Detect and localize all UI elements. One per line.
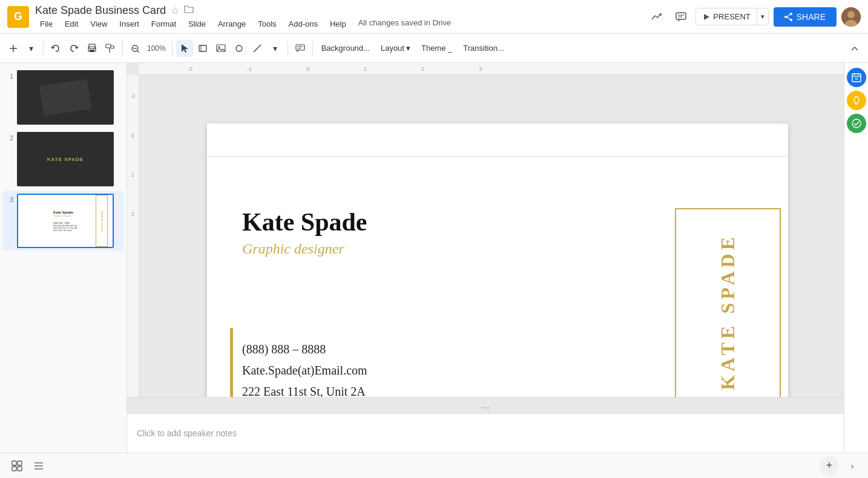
canvas-with-ruler-v: -1 0 1 2 — [127, 75, 844, 397]
ruler-mark-3: 3 — [479, 66, 482, 72]
slide-contact-info[interactable]: (888) 888 – 8888 Kate.Spade(at)Email.com… — [242, 339, 367, 397]
slide-address1[interactable]: 222 East 11st St, Unit 2A — [242, 381, 367, 397]
document-title[interactable]: Kate Spade Business Card — [35, 4, 166, 17]
present-dropdown-button[interactable]: ▾ — [757, 8, 768, 25]
thumb-card — [39, 79, 91, 116]
app-icon: G — [7, 6, 29, 28]
ruler-v-mark-neg1: -1 — [130, 93, 135, 99]
undo-button[interactable] — [47, 40, 64, 57]
slide2-text: KATE SPADE — [47, 157, 84, 162]
slide3-thumb-sideways: KATE SPADE — [100, 210, 104, 231]
menu-tools[interactable]: Tools — [253, 18, 281, 30]
text-box-button[interactable] — [194, 40, 211, 57]
present-label: PRESENT — [713, 12, 750, 21]
lightbulb-icon[interactable] — [847, 91, 866, 110]
menu-help[interactable]: Help — [325, 18, 351, 30]
background-button[interactable]: Background... — [317, 41, 375, 55]
svg-rect-24 — [199, 45, 206, 51]
canvas-more-dots: ... — [127, 397, 844, 413]
slide-email[interactable]: Kate.Spade(at)Email.com — [242, 360, 367, 381]
menu-slide[interactable]: Slide — [183, 18, 211, 30]
slide-thumb-3[interactable]: 3 Kate Spade Graphic designer (888) 888 … — [2, 191, 124, 250]
theme-button[interactable]: Theme _ — [416, 41, 457, 55]
slide-canvas[interactable]: Kate Spade Graphic designer (888) 888 – … — [207, 123, 788, 397]
expand-panel-button[interactable]: › — [844, 457, 861, 474]
comment-insert-button[interactable] — [292, 40, 309, 57]
collapse-toolbar-button[interactable] — [846, 40, 863, 57]
insert-dropdown-button[interactable]: ▾ — [22, 40, 39, 57]
slide-num-3: 3 — [5, 196, 13, 203]
slide-main-text[interactable]: Kate Spade Graphic designer — [242, 208, 367, 257]
svg-rect-16 — [90, 50, 94, 52]
canvas-scroll[interactable]: Kate Spade Graphic designer (888) 888 – … — [139, 75, 844, 397]
trend-icon[interactable] — [647, 7, 666, 27]
svg-line-8 — [787, 17, 790, 19]
menu-insert[interactable]: Insert — [114, 18, 144, 30]
zoom-out-button[interactable] — [127, 40, 143, 57]
slide-num-1: 1 — [5, 73, 13, 80]
menu-view[interactable]: View — [85, 18, 112, 30]
slide-phone[interactable]: (888) 888 – 8888 — [242, 339, 367, 360]
share-button[interactable]: SHARE — [774, 7, 837, 27]
print-button[interactable] — [84, 40, 100, 57]
check-icon[interactable] — [847, 114, 866, 133]
line-dropdown-button[interactable]: ▾ — [267, 40, 284, 57]
calendar-icon[interactable]: 31 — [847, 68, 866, 87]
notes-area[interactable]: Click to add speaker notes — [127, 413, 844, 453]
user-avatar[interactable] — [841, 7, 861, 27]
menu-format[interactable]: Format — [146, 18, 181, 30]
layout-button[interactable]: Layout ▾ — [376, 41, 415, 55]
svg-point-28 — [236, 45, 242, 51]
canvas-top-margin — [207, 87, 788, 123]
redo-button[interactable] — [65, 40, 82, 57]
transition-label: Transition... — [463, 44, 504, 53]
slide3-thumb-email: Kate.Spade(at)Email.com — [53, 224, 77, 227]
select-tool-button[interactable] — [176, 40, 193, 57]
right-sidebar: 31 — [844, 63, 868, 453]
grid-view-button[interactable] — [7, 456, 27, 476]
add-slide-button[interactable]: + — [820, 456, 839, 476]
slide-vertical-name[interactable]: KATE SPADE — [717, 234, 739, 390]
toolbar: ▾ 100% ▾ Background... Layout ▾ — [0, 34, 868, 63]
star-icon[interactable]: ☆ — [171, 5, 179, 16]
slide3-thumb-addr1: 222 East 11st St, Unit 2A — [53, 227, 77, 229]
menu-edit[interactable]: Edit — [60, 18, 83, 30]
slide-thumbnail-3: Kate Spade Graphic designer (888) 888 – … — [17, 194, 114, 248]
zoom-level[interactable]: 100% — [145, 44, 168, 53]
comment-icon[interactable] — [671, 7, 691, 27]
list-view-button[interactable] — [29, 456, 48, 476]
line-button[interactable] — [249, 40, 266, 57]
sep1 — [43, 41, 44, 56]
ruler-mark-0: 0 — [306, 66, 309, 72]
menu-addons[interactable]: Add-ons — [284, 18, 323, 30]
present-main-button[interactable]: PRESENT — [696, 8, 756, 25]
notes-placeholder[interactable]: Click to add speaker notes — [137, 428, 237, 438]
canvas-area: -2 -1 0 1 2 3 -1 0 1 2 — [127, 63, 844, 453]
shapes-button[interactable] — [231, 40, 248, 57]
more-dots: ... — [481, 400, 489, 410]
svg-rect-41 — [12, 461, 16, 465]
folder-icon[interactable] — [184, 5, 194, 16]
image-button[interactable] — [212, 40, 229, 57]
insert-button[interactable] — [5, 40, 22, 57]
paint-format-button[interactable] — [102, 40, 119, 57]
layout-label: Layout — [381, 44, 404, 53]
slide-thumb-1[interactable]: 1 — [2, 68, 124, 127]
menu-file[interactable]: File — [35, 18, 58, 30]
slide-thumb-2[interactable]: 2 KATE SPADE — [2, 129, 124, 189]
slide-job-title[interactable]: Graphic designer — [242, 241, 367, 257]
menu-arrange[interactable]: Arrange — [213, 18, 251, 30]
slide-name[interactable]: Kate Spade — [242, 208, 367, 236]
svg-text:31: 31 — [855, 77, 858, 80]
theme-label: Theme _ — [421, 44, 452, 53]
bottom-right-controls: + › — [820, 456, 861, 476]
svg-marker-3 — [704, 14, 709, 20]
slide-thumbnail-1 — [17, 70, 114, 125]
ruler-mark-2: 2 — [421, 66, 424, 72]
transition-button[interactable]: Transition... — [458, 41, 508, 55]
svg-point-10 — [847, 11, 855, 18]
svg-line-29 — [254, 45, 261, 52]
ruler-mark-neg1: -1 — [247, 66, 252, 72]
sep4 — [288, 41, 288, 56]
slide-right-box[interactable]: KATE SPADE — [675, 208, 781, 397]
